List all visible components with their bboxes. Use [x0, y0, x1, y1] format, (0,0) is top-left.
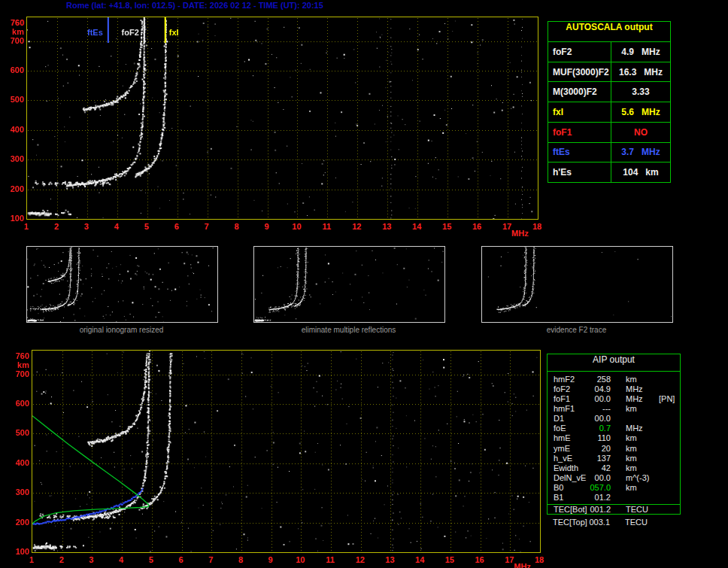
thumbnail-evidence-f2-trace [481, 246, 673, 323]
thumbnail-caption-2: eliminate multiple reflections [253, 326, 444, 334]
autoscala-param-label: fxI [548, 102, 611, 122]
thumbnail-caption-3: evidence F2 trace [481, 326, 672, 334]
x-axis-tick-1: 1 [18, 222, 35, 231]
autoscala-row-MUF(3000)F2: MUF(3000)F216.3MHz [548, 62, 670, 83]
aip-row-hmF2: hmF2258km [548, 374, 680, 384]
value-text: 4.9 [621, 47, 634, 57]
aip-param-value: 001.2 [587, 505, 611, 514]
aip-param-label: TEC[Bot] [554, 505, 587, 514]
unit-text: MHz [642, 47, 660, 57]
aip-param-unit: km [626, 444, 657, 453]
value-text: 3.7 [621, 147, 634, 157]
x-axis-tick-10: 10 [292, 555, 308, 564]
x-axis-tick-8: 8 [232, 555, 249, 564]
aip-param-unit: TECU [625, 518, 657, 527]
autoscala-param-value: NO [611, 123, 670, 142]
autoscala-output-table: AUTOSCALA output foF24.9MHzMUF(3000)F216… [548, 21, 671, 183]
y-axis-tick-760: 760 [3, 18, 24, 27]
y-axis-tick-600: 600 [3, 65, 24, 74]
autoscala-row-ftEs: ftEs3.7MHz [548, 143, 670, 163]
x-axis-tick-5: 5 [143, 555, 159, 564]
aip-param-unit: km [626, 404, 657, 413]
autoscala-param-label: ftEs [548, 143, 611, 163]
y-axis-tick-300: 300 [8, 488, 29, 497]
y-axis-unit-label: km [3, 27, 24, 36]
aip-param-unit: km [626, 454, 657, 463]
x-axis-tick-5: 5 [138, 222, 155, 231]
ionogram-plot-main [26, 17, 538, 220]
aip-param-label: hmF1 [554, 404, 587, 413]
aip-row-TEC[Top]: TEC[Top]003.1TECU [547, 517, 681, 527]
autoscala-param-value: 16.3MHz [611, 62, 670, 82]
x-axis-tick-15: 15 [438, 222, 455, 231]
aip-param-value: 258 [587, 375, 611, 384]
x-axis-tick-9: 9 [259, 222, 275, 231]
plot-bottom-canvas [32, 351, 540, 552]
y-axis-tick-400: 400 [8, 458, 29, 467]
aip-row-B1: B101.2 [548, 493, 680, 503]
autoscala-row-M(3000)F2: M(3000)F23.33 [548, 82, 670, 102]
x-axis-unit-label: MHz [514, 562, 539, 568]
aip-param-value: 01.2 [587, 493, 611, 502]
autoscala-param-label: foF2 [548, 42, 611, 62]
autoscala-param-value: 4.9MHz [611, 42, 670, 62]
x-axis-tick-4: 4 [113, 555, 129, 564]
x-axis-tick-13: 13 [378, 222, 395, 231]
aip-param-value: 057.0 [587, 483, 611, 492]
y-axis-tick-400: 400 [3, 125, 24, 134]
aip-param-value: 42 [587, 463, 611, 472]
aip-row-DelN_vE: DelN_vE00.0m^(-3) [548, 472, 680, 482]
aip-param-value: --- [587, 404, 611, 413]
y-axis-tick-500: 500 [8, 428, 29, 437]
aip-param-unit: km [626, 375, 657, 384]
x-axis-tick-9: 9 [262, 555, 279, 564]
aip-param-label: ymE [554, 444, 587, 453]
aip-param-label: Ewidth [554, 463, 587, 472]
aip-param-unit: MHz [626, 394, 657, 403]
station-date-time-title: Rome (lat: +41.8, lon: 012.5) - DATE: 20… [66, 1, 323, 10]
thumbnail-original-ionogram [26, 246, 218, 323]
x-axis-tick-11: 11 [322, 555, 338, 564]
x-axis-tick-14: 14 [411, 555, 428, 564]
aip-param-unit: TECU [626, 505, 657, 514]
aip-param-label: DelN_vE [554, 473, 587, 482]
aip-param-value: 00.0 [587, 473, 611, 482]
autoscala-param-value: 3.33 [611, 82, 670, 102]
x-axis-tick-6: 6 [173, 555, 190, 564]
y-axis-unit-label: km [8, 360, 29, 369]
autoscala-param-label: h'Es [548, 163, 611, 182]
x-axis-tick-11: 11 [318, 222, 335, 231]
y-axis-tick-760: 760 [8, 351, 29, 360]
value-text: 3.33 [632, 87, 649, 97]
value-text: 5.6 [621, 107, 634, 117]
aip-param-value: 20 [587, 444, 611, 453]
aip-row-h_vE: h_vE137km [548, 453, 680, 463]
aip-param-unit: km [626, 463, 657, 472]
aip-row-foE: foE0.7MHz [548, 424, 680, 433]
thumbnail-eliminate-multiple-reflections [253, 246, 445, 323]
aip-param-label: B0 [554, 483, 587, 492]
aip-param-value: 0.7 [587, 424, 611, 433]
x-axis-tick-12: 12 [352, 555, 369, 564]
x-axis-tick-1: 1 [23, 555, 40, 564]
ionogram-plot-profile [32, 350, 541, 553]
aip-row-D1: D100.0 [548, 414, 680, 424]
aip-output-table: AIP output hmF2258kmfoF204.9MHzfoF100.0M… [547, 354, 681, 515]
autoscala-row-h'Es: h'Es104km [548, 163, 670, 182]
aip-row-Ewidth: Ewidth42km [548, 463, 680, 472]
aip-row-ymE: ymE20km [548, 443, 680, 453]
autoscala-table-rows: foF24.9MHzMUF(3000)F216.3MHzM(3000)F23.3… [548, 42, 670, 182]
autoscala-row-foF2: foF24.9MHz [548, 42, 670, 62]
aip-param-value: 00.0 [587, 394, 611, 403]
aip-row-foF1: foF100.0MHz[PN] [548, 393, 680, 403]
thumb-1-canvas [27, 247, 217, 322]
x-axis-tick-12: 12 [348, 222, 365, 231]
aip-param-label: B1 [554, 493, 587, 502]
marker-label-foF2: foF2 [109, 28, 139, 37]
aip-table-rows: hmF2258kmfoF204.9MHzfoF100.0MHz[PN]hmF1-… [548, 372, 680, 515]
unit-text: MHz [642, 147, 660, 157]
x-axis-tick-4: 4 [108, 222, 125, 231]
autoscala-table-title: AUTOSCALA output [548, 22, 670, 42]
aip-param-unit: m^(-3) [626, 473, 657, 482]
aip-row-TEC[Bot]: TEC[Bot]001.2TECU [548, 504, 680, 515]
